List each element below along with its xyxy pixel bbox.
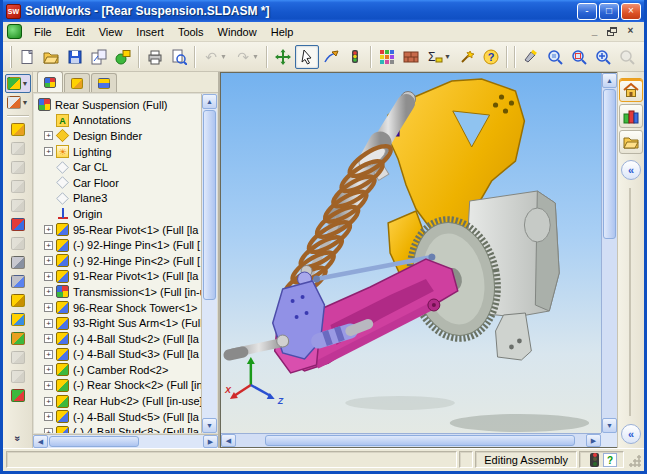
design-library-tab[interactable] — [619, 104, 643, 128]
mate-clip-button[interactable] — [5, 253, 31, 272]
texture-button[interactable] — [399, 45, 423, 69]
mate-button[interactable] — [5, 139, 31, 158]
tree-item[interactable]: +(-) 92-Hinge Pin<1> (Full [ — [38, 237, 201, 253]
new-document-button[interactable] — [15, 45, 39, 69]
select-button[interactable] — [295, 45, 319, 69]
make-drawing-button[interactable] — [87, 45, 111, 69]
tree-item[interactable]: Rear Suspension (Full) — [38, 97, 201, 113]
save-button[interactable] — [63, 45, 87, 69]
tree-item[interactable]: +(-) 92-Hinge Pin<2> (Full [ — [38, 253, 201, 269]
zoom-in-out-button[interactable] — [591, 45, 615, 69]
component-pattern-button[interactable] — [5, 158, 31, 177]
view-orientation-button[interactable] — [519, 45, 543, 69]
interference-detection-button[interactable] — [5, 386, 31, 405]
insert-component-button[interactable] — [5, 120, 31, 139]
expand-icon[interactable]: + — [44, 334, 53, 343]
tree-vertical-scrollbar[interactable]: ▲ ▼ — [201, 94, 217, 433]
tree-scroll-up-button[interactable]: ▲ — [202, 94, 217, 109]
zoom-fit-button[interactable] — [543, 45, 567, 69]
expand-icon[interactable]: + — [44, 287, 53, 296]
menu-help[interactable]: Help — [264, 24, 301, 40]
expand-icon[interactable]: + — [44, 131, 53, 140]
expand-icon[interactable]: + — [44, 272, 53, 281]
expand-icon[interactable]: + — [44, 147, 53, 156]
menu-insert[interactable]: Insert — [129, 24, 171, 40]
help-button[interactable]: ? — [479, 45, 503, 69]
tree-item[interactable]: Car CL — [38, 159, 201, 175]
model-canvas[interactable]: X Z — [221, 73, 601, 433]
expand-icon[interactable]: + — [44, 319, 53, 328]
menu-tools[interactable]: Tools — [171, 24, 211, 40]
tree-hscroll-thumb[interactable] — [49, 436, 139, 447]
move-component2-button[interactable] — [5, 291, 31, 310]
expand-icon[interactable]: + — [44, 365, 53, 374]
configurationmanager-tab[interactable] — [91, 73, 117, 92]
smart-component-button[interactable] — [5, 215, 31, 234]
print-button[interactable] — [143, 45, 167, 69]
explode-lines-button[interactable] — [5, 348, 31, 367]
viewport-scroll-up-button[interactable]: ▲ — [602, 73, 617, 88]
tree-item[interactable]: +(-) 4-Ball Stud<2> (Full [la — [38, 331, 201, 347]
close-button[interactable]: × — [621, 3, 641, 20]
featuremanager-tab[interactable] — [37, 71, 63, 92]
move-component-button[interactable] — [271, 45, 295, 69]
smart-fasteners-button[interactable] — [5, 310, 31, 329]
undo-button[interactable]: ↶▼ — [199, 45, 231, 69]
child-close-button[interactable]: × — [623, 25, 638, 39]
tree-item[interactable]: +(-) Rear Shock<2> (Full [in — [38, 378, 201, 394]
toolbar-grip[interactable] — [10, 46, 12, 68]
tree-item[interactable]: +96-Rear Shock Tower<1> — [38, 300, 201, 316]
edit-part-button[interactable] — [5, 196, 31, 215]
expand-icon[interactable]: + — [44, 397, 53, 406]
viewport-scroll-right-button[interactable]: ▶ — [586, 434, 601, 447]
minimize-button[interactable]: - — [577, 3, 597, 20]
zoom-area-button[interactable] — [567, 45, 591, 69]
tree-item[interactable]: Origin — [38, 206, 201, 222]
find-references-button[interactable] — [5, 234, 31, 253]
expand-icon[interactable]: + — [44, 350, 53, 359]
tree-item[interactable]: Car Floor — [38, 175, 201, 191]
tree-scroll-right-button[interactable]: ▶ — [203, 435, 218, 448]
measure-button[interactable]: Σ▼ — [423, 45, 455, 69]
child-restore-button[interactable] — [605, 25, 620, 39]
viewport-horizontal-scrollbar[interactable]: ◀ ▶ — [221, 433, 601, 447]
tree-item[interactable]: +(-) 4-Ball Stud<3> (Full [la — [38, 347, 201, 363]
tree-item[interactable]: +93-Right Sus Arm<1> (Full — [38, 315, 201, 331]
tree-item[interactable]: +(-) 4-Ball Stud<8> (Full [la — [38, 424, 201, 433]
traffic-light-icon[interactable] — [590, 453, 599, 467]
tree-item[interactable]: +(-) Camber Rod<2> — [38, 362, 201, 378]
solidworks-resources-tab[interactable] — [619, 78, 643, 102]
tree-item[interactable]: AAnnotations — [38, 113, 201, 129]
child-minimize-button[interactable]: _ — [587, 25, 602, 39]
file-explorer-tab[interactable] — [619, 130, 643, 154]
tree-item[interactable]: +Design Binder — [38, 128, 201, 144]
rotate-view-button[interactable] — [639, 45, 647, 69]
expand-icon[interactable]: + — [44, 303, 53, 312]
resize-grip[interactable] — [628, 454, 642, 468]
viewport-vertical-scrollbar[interactable]: ▲ ▼ — [601, 73, 617, 433]
left-toolbar-overflow-button[interactable]: » — [12, 436, 23, 442]
task-pane-collapse-bottom-button[interactable]: « — [621, 424, 641, 444]
menu-file[interactable]: File — [27, 24, 59, 40]
lights-button[interactable] — [343, 45, 367, 69]
assembly-tools-button[interactable]: ▼ — [5, 74, 31, 93]
task-pane-collapse-button[interactable]: « — [621, 160, 641, 180]
tree-scroll-down-button[interactable]: ▼ — [202, 418, 217, 433]
rotate-component-button[interactable] — [5, 272, 31, 291]
make-assembly-button[interactable] — [111, 45, 135, 69]
expand-icon[interactable]: + — [44, 412, 53, 421]
redo-button[interactable]: ↷▼ — [231, 45, 263, 69]
tree-item[interactable]: +Transmission<1> (Full [in-u — [38, 284, 201, 300]
print-preview-button[interactable] — [167, 45, 191, 69]
replace-component-button[interactable] — [5, 177, 31, 196]
tree-item[interactable]: +(-) 4-Ball Stud<5> (Full [la — [38, 409, 201, 425]
menu-view[interactable]: View — [92, 24, 130, 40]
tree-scroll-thumb[interactable] — [203, 110, 216, 300]
large-assembly-button[interactable] — [5, 367, 31, 386]
tree-item[interactable]: +91-Rear Pivot<1> (Full [la — [38, 269, 201, 285]
maximize-button[interactable]: □ — [599, 3, 619, 20]
expand-icon[interactable]: + — [44, 241, 53, 250]
menu-edit[interactable]: Edit — [59, 24, 92, 40]
viewport-hscroll-thumb[interactable] — [265, 435, 575, 446]
viewport-vscroll-thumb[interactable] — [603, 89, 616, 239]
